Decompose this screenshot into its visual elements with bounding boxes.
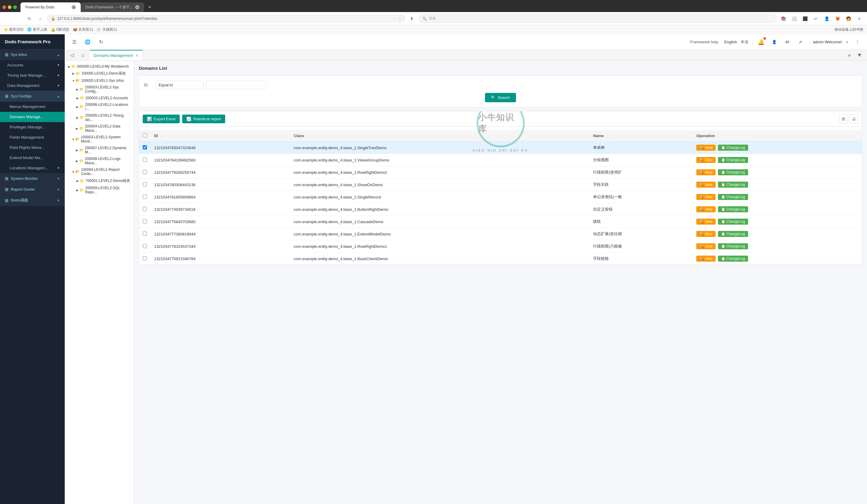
view-btn-6[interactable]: 🔍 View — [696, 219, 716, 224]
view-btn-9[interactable]: 🔍 View — [696, 255, 716, 262]
changelog-btn-5[interactable]: 📋 ChangeLog — [718, 206, 748, 212]
browser-tab-2-close[interactable]: ✕ — [135, 5, 139, 9]
tab-domains-management[interactable]: Domains Management ✕ — [90, 50, 143, 61]
bookmark-tmall[interactable]: 🛒 天猫双11 — [97, 27, 117, 32]
admin-dropdown-arrow[interactable]: ▼ — [846, 40, 849, 44]
menu-toggle-btn[interactable]: ☰ — [69, 37, 79, 47]
sidebar-section-report[interactable]: ⊞ Report Center ▼ — [0, 184, 65, 195]
back-button[interactable]: ← — [3, 14, 12, 23]
sidebar-item-fields[interactable]: Fields Management — [0, 132, 65, 143]
new-tab-button[interactable]: + — [146, 3, 154, 11]
more-options-btn[interactable]: ⋮ — [853, 37, 862, 47]
close-traffic-light[interactable] — [2, 6, 6, 9]
tab-nav-right[interactable]: » — [845, 51, 853, 59]
changelog-btn-1[interactable]: 📋 ChangeLog — [718, 157, 748, 163]
bookmark-messages[interactable]: 🔔 0新消息 — [51, 27, 69, 32]
chinese-btn[interactable]: 中文 — [741, 40, 749, 45]
search-bar[interactable]: 🔍 搜索 — [418, 14, 777, 23]
tree-item-3[interactable]: ▶ 📁 200003-LEVEL2-Sys Config... — [65, 84, 133, 95]
row-checkbox-7[interactable] — [143, 232, 147, 236]
tree-toggle-7[interactable]: ▶ — [75, 127, 79, 130]
sidebar-item-field-rights[interactable]: Field Rights Mana... — [0, 143, 65, 153]
fullscreen-btn[interactable]: ⤢ — [796, 37, 806, 47]
menu-icon[interactable]: ≡ — [855, 14, 864, 23]
user-avatar-btn[interactable]: 👤 — [769, 37, 779, 47]
tab-up-btn[interactable]: ⌂ — [78, 51, 88, 60]
changelog-btn-7[interactable]: 📋 ChangeLog — [718, 231, 748, 237]
sidebar-section-sysinfos[interactable]: ⊞ Sys Infos ▲ — [0, 49, 65, 60]
view-btn-5[interactable]: 🔍 View — [696, 206, 716, 212]
maximize-traffic-light[interactable] — [13, 6, 17, 9]
tree-toggle-13[interactable]: ▶ — [75, 188, 79, 192]
notification-bell[interactable]: 🔔 — [756, 37, 766, 47]
tree-item-12[interactable]: ▶ 📁 700001-LEVEL2-Demo报表 — [65, 177, 133, 185]
tree-toggle-6[interactable]: ▶ — [75, 116, 79, 119]
select-all-checkbox[interactable] — [143, 133, 147, 138]
tree-item-4[interactable]: ▶ 📁 200002-LEVEL2-Accounts — [65, 95, 133, 101]
sidebar-item-data-mgmt[interactable]: Data Management ▼ — [0, 80, 65, 91]
changelog-btn-2[interactable]: 📋 ChangeLog — [718, 169, 748, 175]
tree-item-10[interactable]: ▶ 📁 200008-LEVEL2-Logs Mana... — [65, 155, 133, 166]
row-checkbox-9[interactable] — [143, 256, 147, 260]
bookmark-jd[interactable]: 📦 京东双11 — [73, 27, 93, 32]
extension-icon[interactable]: 🦊 — [833, 14, 842, 23]
statistical-report-button[interactable]: 📈 Statistical report — [182, 114, 225, 123]
tree-item-13[interactable]: ▶ 📁 200009-LEVEL2-SQL Repo... — [65, 185, 133, 196]
name-sort-icon[interactable]: ↕ — [606, 134, 608, 138]
share-icon[interactable]: ⬛ — [801, 14, 809, 23]
tab-home-btn[interactable]: ◁ — [67, 51, 77, 60]
tree-toggle-4[interactable]: ▶ — [76, 97, 80, 100]
grid-view-btn[interactable]: ⊞ — [839, 114, 848, 123]
bookmark-newbie[interactable]: 🌐 新手上路 — [27, 27, 47, 32]
changelog-btn-3[interactable]: 📋 ChangeLog — [718, 182, 748, 188]
tree-toggle-8[interactable]: ▼ — [71, 138, 75, 141]
tree-item-6[interactable]: ▶ 📁 200005-LEVEL2-Timing tas... — [65, 112, 133, 123]
tab-domains-close[interactable]: ✕ — [135, 53, 139, 58]
home-button[interactable]: ⌂ — [36, 14, 45, 23]
address-bar[interactable]: 🔒 127.0.0.1:8080/dodo-pro/back/framemenu… — [47, 15, 405, 22]
tags-btn[interactable]: 🏷 — [783, 37, 792, 47]
tree-toggle-3[interactable]: ▶ — [75, 88, 79, 91]
view-btn-1[interactable]: 🔍 View — [696, 157, 716, 163]
browser-tab-2[interactable]: Dodo Framework- 一个基于... ✕ — [81, 2, 144, 12]
tree-toggle-0[interactable]: ▶ — [67, 65, 71, 68]
sidebar-item-accounts[interactable]: Accounts ▼ — [0, 60, 65, 70]
row-checkbox-5[interactable] — [143, 207, 147, 211]
sidebar-item-locations[interactable]: Locations Managem... ▼ — [0, 163, 65, 173]
row-checkbox-3[interactable] — [143, 182, 147, 186]
id-sort-icon[interactable]: ↕ — [160, 134, 162, 138]
view-btn-0[interactable]: 🔍 View — [696, 145, 716, 151]
row-checkbox-6[interactable] — [143, 219, 147, 223]
minimize-traffic-light[interactable] — [8, 6, 11, 9]
sidebar-section-sysconfigs[interactable]: ⊞ Sys Configs ▲ — [0, 91, 65, 102]
user-icon[interactable]: 👤 — [822, 14, 831, 23]
row-checkbox-2[interactable] — [143, 170, 147, 174]
forward-button[interactable]: → — [14, 14, 23, 23]
tree-item-0[interactable]: ▶ 📁 000000-LEVEL0-My Workbench — [65, 63, 133, 70]
print-view-btn[interactable]: 🖨 — [849, 114, 858, 123]
changelog-btn-6[interactable]: 📋 ChangeLog — [718, 219, 748, 224]
view-btn-2[interactable]: 🔍 View — [696, 169, 716, 175]
tree-toggle-1[interactable]: ▶ — [71, 72, 76, 75]
tree-item-11[interactable]: ▼ 📂 100004-LEVEL1-Report Cente... — [65, 166, 133, 177]
sidebar-item-timing[interactable]: Timing task Manage... ▼ — [0, 70, 65, 80]
tree-item-2[interactable]: ▼ 📂 100002-LEVEL1-Sys Infos — [65, 77, 133, 84]
undo-icon[interactable]: ↩ — [812, 14, 820, 23]
tree-toggle-9[interactable]: ▶ — [75, 149, 79, 152]
framework-help-btn[interactable]: Framework help — [688, 39, 721, 45]
row-checkbox-4[interactable] — [143, 195, 147, 199]
tree-item-1[interactable]: ▶ 📁 100005-LEVEL1-Demo系统 — [65, 70, 133, 77]
id-filter-value[interactable] — [206, 80, 266, 89]
export-excel-button[interactable]: 📊 Export Excel — [143, 114, 180, 123]
row-checkbox-1[interactable] — [143, 157, 147, 162]
changelog-btn-4[interactable]: 📋 ChangeLog — [718, 194, 748, 200]
browser-tab-1-close[interactable]: ✕ — [72, 5, 76, 9]
refresh-btn[interactable]: ↻ — [96, 37, 106, 47]
tree-item-9[interactable]: ▶ 📁 200007-LEVEL2-Dynamic M... — [65, 145, 133, 155]
profile-icon[interactable]: 🧑 — [844, 14, 853, 23]
row-checkbox-8[interactable] — [143, 244, 147, 248]
tab-nav-down[interactable]: ▼ — [854, 51, 865, 59]
sidebar-item-domains[interactable]: Domains Manage... — [0, 112, 65, 122]
tree-toggle-11[interactable]: ▼ — [71, 170, 75, 174]
english-btn[interactable]: English — [724, 40, 737, 44]
